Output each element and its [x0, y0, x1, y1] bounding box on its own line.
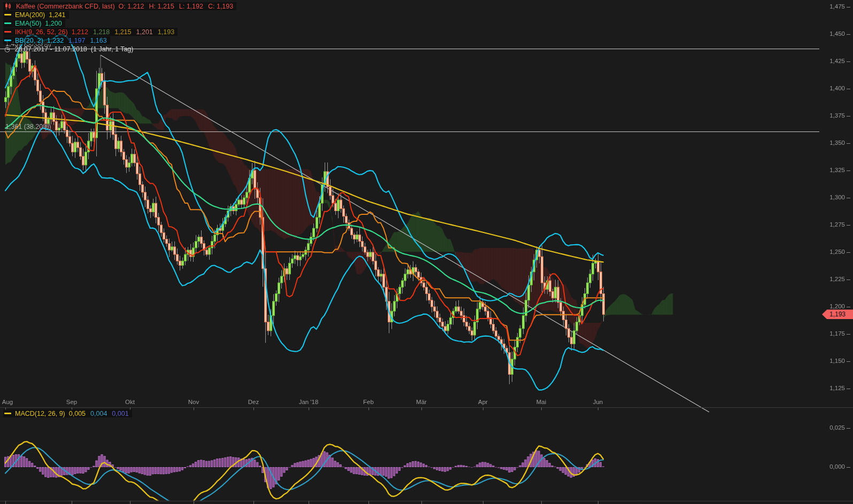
month-axis-label: Jan '18 — [299, 399, 319, 405]
ema200-swatch-icon — [4, 14, 11, 15]
price-axis-label: 1,125 — [820, 385, 845, 391]
legend-row-period[interactable]: ◷ 28.07.2017 - 11.07.2018 (1 Jahr, 1 Tag… — [3, 45, 136, 53]
month-axis-label: Nov — [188, 399, 199, 405]
indicator-legend: Kaffee (Commerzbank CFD, last) O: 1,212 … — [3, 2, 236, 53]
price-axis-label: 1,350 — [820, 139, 845, 146]
period-dates: 28.07.2017 - 11.07.2018 — [14, 45, 87, 53]
price-axis-label: 1,250 — [820, 249, 845, 255]
ikh-swatch-icon — [4, 31, 11, 33]
price-axis-label: 1,325 — [820, 167, 845, 173]
period-length: (1 Jahr, 1 Tag) — [91, 45, 134, 53]
month-axis-label: Dez — [248, 399, 259, 405]
month-axis-label: Mär — [416, 399, 427, 405]
legend-row-ikh[interactable]: IKH(9, 26, 52, 26) 1,212 1,218 1,215 1,2… — [3, 28, 178, 36]
price-axis-label: 1,150 — [820, 358, 845, 364]
month-axis-label: Apr — [478, 399, 488, 405]
bb-swatch-icon — [4, 40, 11, 41]
month-axis-label: Feb — [363, 399, 374, 405]
macd-axis-label: 0,000 — [820, 463, 845, 470]
instrument-title: Kaffee (Commerzbank CFD, last) — [16, 3, 115, 10]
price-axis-label: 1,450 — [820, 30, 845, 37]
macd-signal-value: 0,004 — [90, 410, 107, 417]
macd-label: MACD(12, 26, 9) — [15, 410, 65, 417]
price-axis[interactable]: 1,4751,4501,4251,4001,3751,3501,3251,300… — [820, 0, 853, 504]
ikh-kijun-value: 1,218 — [93, 28, 110, 36]
price-axis-label: 1,200 — [820, 303, 845, 309]
month-axis-label: Mai — [536, 399, 547, 405]
legend-row-instrument[interactable]: Kaffee (Commerzbank CFD, last) O: 1,212 … — [3, 2, 236, 10]
ohlc-open: O: 1,212 — [119, 3, 144, 10]
ikh-senkou-b-value: 1,201 — [136, 28, 153, 36]
ikh-chikou-value: 1,193 — [158, 28, 174, 36]
ikh-senkou-a-value: 1,215 — [114, 28, 131, 36]
trading-chart-window: 1,437 (50.00%) 1,361 (38.20%) Kaffee (Co… — [0, 0, 853, 504]
macd-swatch-icon — [4, 413, 11, 414]
price-axis-label: 1,375 — [820, 112, 845, 119]
macd-legend: MACD(12, 26, 9) 0,005 0,004 0,001 — [3, 409, 132, 418]
time-axis[interactable]: AugSepOktNovDezJan '18FebMärAprMaiJun — [0, 398, 853, 407]
candlestick-icon — [4, 3, 12, 10]
ema200-value: 1,241 — [49, 11, 65, 19]
legend-row-macd[interactable]: MACD(12, 26, 9) 0,005 0,004 0,001 — [3, 409, 132, 417]
legend-row-ema200[interactable]: EMA(200) 1,241 — [3, 11, 69, 19]
price-axis-label: 1,425 — [820, 58, 845, 64]
legend-row-bb[interactable]: BB(20, 2) 1,232 1,197 1,163 — [3, 36, 110, 44]
fib-level-label-382: 1,361 (38.20%) — [5, 123, 51, 130]
price-axis-label: 1,225 — [820, 276, 845, 282]
ohlc-high: H: 1,215 — [149, 3, 174, 10]
price-axis-label: 1,175 — [820, 330, 845, 337]
ema50-label: EMA(50) — [15, 20, 41, 27]
bb-label: BB(20, 2) — [15, 37, 43, 44]
month-axis-label: Jun — [593, 399, 603, 405]
chart-canvas[interactable] — [0, 0, 853, 504]
macd-axis-label: 0,025 — [820, 424, 845, 431]
ikh-label: IKH(9, 26, 52, 26) — [15, 28, 68, 36]
bb-lower-value: 1,163 — [90, 37, 106, 44]
ohlc-low: L: 1,192 — [179, 3, 203, 10]
ema50-value: 1,200 — [45, 20, 62, 27]
bb-upper-value: 1,232 — [47, 37, 64, 44]
ikh-tenkan-value: 1,212 — [72, 28, 88, 36]
clock-icon: ◷ — [4, 45, 10, 53]
ohlc-close: C: 1,193 — [208, 3, 233, 10]
price-axis-label: 1,475 — [820, 3, 845, 10]
bb-middle-value: 1,197 — [68, 37, 85, 44]
legend-row-ema50[interactable]: EMA(50) 1,200 — [3, 19, 65, 27]
price-axis-label: 1,400 — [820, 85, 845, 91]
last-price-tag: 1,193 — [822, 309, 853, 319]
macd-hist-value: 0,001 — [112, 410, 128, 417]
price-axis-label: 1,300 — [820, 194, 845, 200]
ema200-label: EMA(200) — [15, 11, 45, 19]
ema50-swatch-icon — [4, 22, 11, 24]
month-axis-label: Okt — [125, 399, 135, 405]
price-axis-label: 1,275 — [820, 221, 845, 228]
month-axis-label: Sep — [66, 399, 77, 405]
month-axis-label: Aug — [2, 399, 13, 405]
macd-value: 0,005 — [69, 410, 86, 417]
